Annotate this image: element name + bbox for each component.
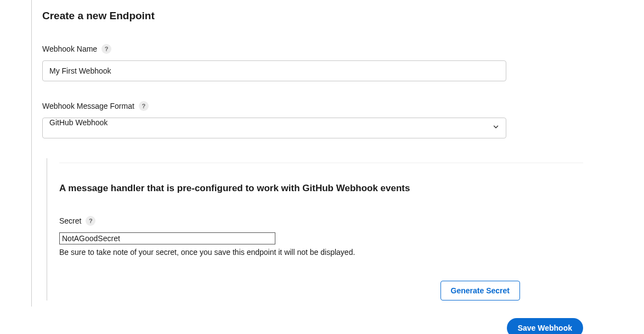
generate-row: Generate Secret: [59, 281, 520, 300]
left-divider: [31, 0, 32, 307]
message-format-field: Webhook Message Format ? GitHub Webhook: [42, 101, 591, 138]
message-format-select[interactable]: GitHub Webhook: [42, 118, 506, 138]
webhook-name-label: Webhook Name: [42, 44, 97, 53]
secret-input[interactable]: [59, 232, 275, 244]
handler-panel: A message handler that is pre-configured…: [47, 158, 583, 300]
page-title: Create a new Endpoint: [42, 10, 591, 22]
generate-secret-button[interactable]: Generate Secret: [440, 281, 520, 300]
webhook-name-field: Webhook Name ?: [42, 44, 591, 81]
webhook-name-input[interactable]: [42, 60, 506, 81]
help-icon[interactable]: ?: [86, 216, 95, 226]
form-content: Create a new Endpoint Webhook Name ? Web…: [42, 10, 591, 334]
help-icon[interactable]: ?: [139, 101, 149, 111]
secret-label: Secret: [59, 216, 81, 225]
message-format-label: Webhook Message Format: [42, 102, 134, 110]
message-format-label-row: Webhook Message Format ?: [42, 101, 591, 111]
webhook-name-label-row: Webhook Name ?: [42, 44, 591, 54]
divider: [59, 163, 583, 163]
message-format-select-wrapper: GitHub Webhook: [42, 118, 506, 138]
save-webhook-button[interactable]: Save Webhook: [507, 318, 583, 334]
secret-label-row: Secret ?: [59, 216, 583, 226]
handler-title: A message handler that is pre-configured…: [59, 183, 583, 194]
save-row: Save Webhook: [42, 318, 583, 334]
help-icon[interactable]: ?: [101, 44, 111, 54]
secret-note: Be sure to take note of your secret, onc…: [59, 248, 583, 257]
